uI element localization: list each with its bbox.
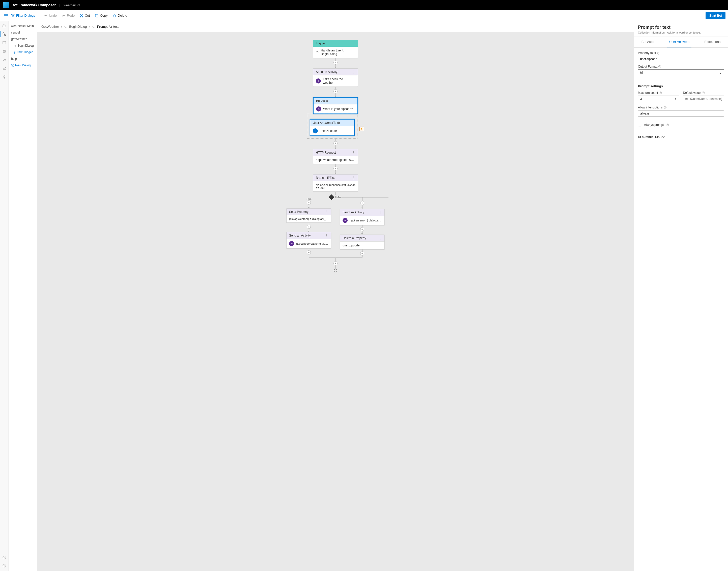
canvas-wrap: GetWeather › BeginDialog › Prompt for te… [37, 21, 634, 571]
add-node-button[interactable]: + [360, 227, 364, 231]
sidebar-item-cancel[interactable]: cancel [9, 29, 37, 36]
more-icon[interactable]: ⋮ [325, 210, 328, 214]
add-node-button[interactable]: + [360, 251, 364, 255]
add-node-button[interactable]: + [307, 250, 311, 254]
hamburger-icon[interactable] [3, 13, 10, 18]
output-format-value: trim [640, 71, 645, 75]
info-icon[interactable]: ? [664, 106, 666, 109]
svg-point-10 [3, 59, 4, 61]
node-body-text: {dialog.weather} = dialog.api_respons... [289, 217, 328, 220]
tab-exceptions[interactable]: Exceptions [703, 37, 723, 47]
info-icon[interactable]: ? [657, 52, 660, 54]
breadcrumb-item[interactable]: GetWeather [41, 25, 59, 28]
default-value-input[interactable] [683, 96, 724, 102]
settings-icon[interactable] [2, 75, 7, 79]
output-format-select[interactable]: trim ⌄ [638, 69, 724, 76]
filter-dialogs-button[interactable]: Filter Dialogs [11, 14, 35, 17]
undo-icon [44, 14, 47, 17]
toolbar: Filter Dialogs Undo Redo Cut Copy Delete… [0, 10, 728, 21]
sidebar-item-begindialog[interactable]: BeginDialog [9, 42, 37, 49]
info-icon[interactable]: ? [659, 92, 662, 94]
add-node-button[interactable]: + [360, 201, 364, 205]
allow-interruptions-input[interactable] [638, 110, 724, 117]
topbar: Bot Framework Composer | weatherBot [0, 0, 728, 10]
brand-title: Bot Framework Composer [12, 3, 56, 7]
bot-icon: ✳ [316, 79, 321, 84]
panel-tabs: Bot Asks User Answers Exceptions [634, 37, 728, 48]
node-bot-asks[interactable]: Bot Asks⋮ ✳What is your zipcode? [313, 97, 358, 114]
node-http-request[interactable]: HTTP Request⋮ http://weatherbot-ignite-2… [313, 149, 358, 164]
add-node-button[interactable]: + [333, 261, 337, 265]
tab-bot-asks[interactable]: Bot Asks [639, 37, 656, 47]
tab-user-answers[interactable]: User Answers [667, 37, 692, 47]
node-body-text: http://weatherbot-ignite-2019.azurew... [316, 158, 355, 162]
node-user-answers[interactable]: User Answers (Text) 👤user.zipcode [310, 119, 355, 136]
more-icon[interactable]: ⋮ [352, 176, 355, 180]
add-node-button[interactable]: + [333, 166, 337, 170]
home-icon[interactable] [2, 23, 7, 28]
bot-icon: ✳ [289, 241, 294, 246]
info-icon[interactable]: ? [666, 124, 669, 126]
property-to-fill-input[interactable] [638, 56, 724, 62]
svg-point-11 [4, 59, 6, 61]
warning-icon[interactable] [359, 127, 364, 131]
info-icon[interactable]: ? [658, 65, 661, 68]
end-node-icon [334, 269, 337, 272]
more-icon[interactable]: ⋮ [352, 151, 355, 154]
node-body-text: Handle an Event: BeginDialog [321, 49, 355, 56]
breadcrumb-item[interactable]: BeginDialog [69, 25, 87, 28]
spinner-icon[interactable]: ▲▼ [675, 97, 677, 100]
always-prompt-checkbox[interactable] [638, 123, 642, 127]
more-icon[interactable]: ⋮ [378, 236, 382, 240]
info-icon[interactable]: ? [702, 92, 705, 94]
add-node-button[interactable]: + [333, 61, 337, 65]
node-body-text: dialog.api_response.statusCode == 200 [316, 183, 355, 190]
add-node-button[interactable]: + [307, 225, 311, 229]
max-turn-input[interactable]: 3 ▲▼ [638, 96, 679, 102]
more-icon[interactable]: ⋮ [325, 234, 328, 237]
more-icon[interactable]: ⋮ [352, 70, 355, 74]
node-delete-property[interactable]: Delete a Property⋮ user.zipcode [340, 235, 385, 249]
node-trigger[interactable]: Trigger Handle an Event: BeginDialog [313, 40, 358, 58]
design-icon[interactable] [2, 32, 7, 36]
node-send-activity[interactable]: Send an Activity⋮ ✳I got an error: { dia… [340, 209, 385, 225]
node-set-property[interactable]: Set a Property⋮ {dialog.weather} = dialo… [286, 208, 331, 223]
svg-point-8 [4, 51, 4, 52]
node-body-text: user.zipcode [342, 244, 359, 247]
add-node-button[interactable]: + [307, 201, 311, 205]
help-icon[interactable]: ? [2, 555, 7, 560]
flow-canvas[interactable]: Trigger Handle an Event: BeginDialog + S… [37, 32, 634, 571]
chart-icon[interactable] [2, 66, 7, 71]
new-dialog-button[interactable]: + New Dialog .. [9, 62, 37, 69]
add-node-button[interactable]: + [333, 141, 337, 145]
node-send-activity[interactable]: Send an Activity⋮ ✳Let's check the weath… [313, 68, 358, 87]
sidebar-item-getweather[interactable]: getWeather [9, 36, 37, 42]
copy-button[interactable]: Copy [95, 14, 107, 17]
new-dialog-label: New Dialog .. [15, 64, 33, 67]
start-bot-button[interactable]: Start Bot [706, 12, 725, 19]
plus-icon: + [14, 51, 15, 54]
filter-icon [11, 14, 15, 17]
branch-true-label: True [306, 198, 312, 201]
node-title: User Answers (Text) [313, 121, 340, 125]
node-branch[interactable]: Branch: If/Else⋮ dialog.api_response.sta… [313, 174, 358, 192]
output-format-label: Output Format ? [638, 65, 724, 68]
node-send-activity[interactable]: Send an Activity⋮ ✳{DescribeWeather(dial… [286, 232, 331, 248]
cut-button[interactable]: Cut [80, 14, 90, 17]
responses-icon[interactable] [2, 40, 7, 45]
add-node-button[interactable]: + [333, 89, 337, 93]
info-icon[interactable]: i [2, 563, 7, 568]
delete-button[interactable]: Delete [113, 14, 127, 17]
undo-button[interactable]: Undo [44, 14, 57, 17]
sidebar-item-help[interactable]: help [9, 55, 37, 62]
sidebar-item-main[interactable]: weatherBot.Main [9, 23, 37, 29]
node-body-text: I got an error: { dialog.api_response... [350, 219, 382, 222]
more-icon[interactable]: ⋮ [378, 211, 382, 214]
publish-icon[interactable] [2, 58, 7, 62]
new-trigger-button[interactable]: + New Trigger .. [9, 49, 37, 55]
robot-icon[interactable] [2, 49, 7, 53]
new-trigger-label: New Trigger .. [16, 50, 35, 54]
more-icon[interactable]: ⋮ [351, 99, 355, 103]
logo-icon [3, 2, 9, 8]
redo-button[interactable]: Redo [62, 14, 75, 17]
